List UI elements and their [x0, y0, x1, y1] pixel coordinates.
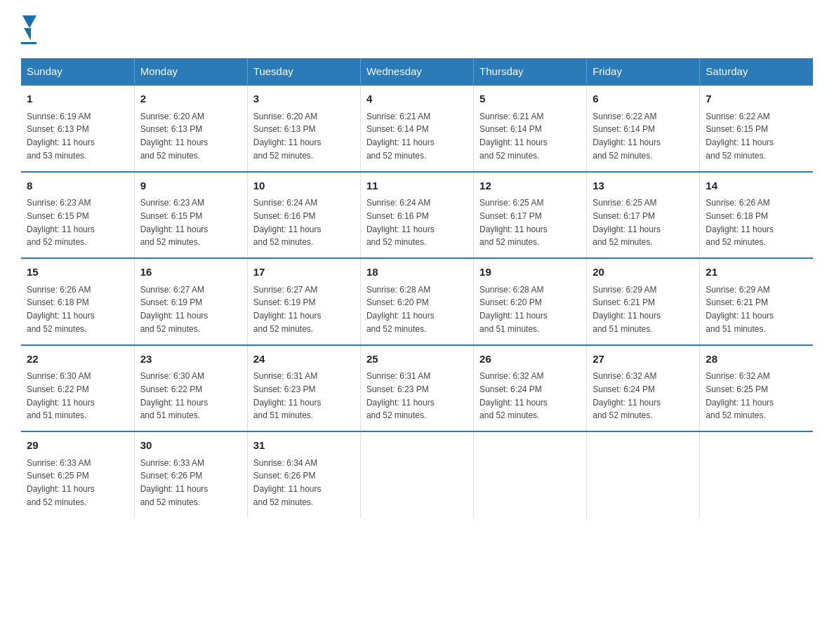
- day-info: Sunrise: 6:29 AMSunset: 6:21 PMDaylight:…: [706, 285, 774, 334]
- day-info: Sunrise: 6:23 AMSunset: 6:15 PMDaylight:…: [140, 198, 208, 247]
- day-number: 12: [479, 178, 581, 194]
- day-info: Sunrise: 6:26 AMSunset: 6:18 PMDaylight:…: [706, 198, 774, 247]
- calendar-cell: 22Sunrise: 6:30 AMSunset: 6:22 PMDayligh…: [21, 345, 134, 432]
- calendar-cell: 4Sunrise: 6:21 AMSunset: 6:14 PMDaylight…: [360, 85, 473, 172]
- day-number: 4: [366, 91, 468, 107]
- calendar-cell: 10Sunrise: 6:24 AMSunset: 6:16 PMDayligh…: [247, 172, 360, 259]
- day-number: 2: [140, 91, 241, 107]
- day-info: Sunrise: 6:19 AMSunset: 6:13 PMDaylight:…: [27, 112, 95, 161]
- header-friday: Friday: [587, 58, 700, 85]
- header-saturday: Saturday: [700, 58, 813, 85]
- calendar-cell: 8Sunrise: 6:23 AMSunset: 6:15 PMDaylight…: [21, 172, 134, 259]
- day-number: 20: [593, 264, 694, 281]
- calendar-cell: 15Sunrise: 6:26 AMSunset: 6:18 PMDayligh…: [21, 258, 134, 345]
- day-info: Sunrise: 6:27 AMSunset: 6:19 PMDaylight:…: [140, 285, 208, 334]
- calendar-cell: 9Sunrise: 6:23 AMSunset: 6:15 PMDaylight…: [134, 172, 247, 259]
- day-number: 25: [366, 351, 468, 368]
- day-number: 29: [27, 438, 128, 454]
- calendar-week-row: 1Sunrise: 6:19 AMSunset: 6:13 PMDaylight…: [21, 85, 813, 172]
- calendar-week-row: 22Sunrise: 6:30 AMSunset: 6:22 PMDayligh…: [21, 345, 813, 432]
- day-info: Sunrise: 6:31 AMSunset: 6:23 PMDaylight:…: [366, 371, 435, 420]
- page-header: [21, 14, 813, 44]
- calendar-cell: 7Sunrise: 6:22 AMSunset: 6:15 PMDaylight…: [700, 85, 813, 172]
- day-number: 7: [706, 91, 807, 107]
- calendar-week-row: 29Sunrise: 6:33 AMSunset: 6:25 PMDayligh…: [21, 431, 813, 518]
- day-number: 9: [140, 178, 241, 194]
- day-number: 24: [253, 351, 355, 368]
- calendar-cell: 17Sunrise: 6:27 AMSunset: 6:19 PMDayligh…: [247, 258, 360, 345]
- day-number: 21: [706, 264, 807, 281]
- logo-underline: [21, 42, 37, 44]
- day-info: Sunrise: 6:28 AMSunset: 6:20 PMDaylight:…: [366, 285, 435, 334]
- day-info: Sunrise: 6:32 AMSunset: 6:24 PMDaylight:…: [593, 371, 661, 420]
- calendar-cell: 5Sunrise: 6:21 AMSunset: 6:14 PMDaylight…: [474, 85, 587, 172]
- day-number: 13: [593, 178, 694, 194]
- calendar-cell: 18Sunrise: 6:28 AMSunset: 6:20 PMDayligh…: [360, 258, 473, 345]
- calendar-cell: 6Sunrise: 6:22 AMSunset: 6:14 PMDaylight…: [587, 85, 700, 172]
- day-info: Sunrise: 6:25 AMSunset: 6:17 PMDaylight:…: [479, 198, 548, 247]
- day-info: Sunrise: 6:24 AMSunset: 6:16 PMDaylight:…: [253, 198, 322, 247]
- calendar-cell: 3Sunrise: 6:20 AMSunset: 6:13 PMDaylight…: [247, 85, 360, 172]
- calendar-cell: 31Sunrise: 6:34 AMSunset: 6:26 PMDayligh…: [247, 431, 360, 518]
- day-info: Sunrise: 6:20 AMSunset: 6:13 PMDaylight:…: [253, 112, 322, 161]
- day-info: Sunrise: 6:22 AMSunset: 6:15 PMDaylight:…: [706, 112, 774, 161]
- day-info: Sunrise: 6:27 AMSunset: 6:19 PMDaylight:…: [253, 285, 322, 334]
- header-wednesday: Wednesday: [360, 58, 473, 85]
- day-number: 17: [253, 264, 355, 281]
- day-info: Sunrise: 6:33 AMSunset: 6:26 PMDaylight:…: [140, 458, 208, 507]
- day-info: Sunrise: 6:23 AMSunset: 6:15 PMDaylight:…: [27, 198, 95, 247]
- day-number: 26: [479, 351, 581, 368]
- calendar-table: SundayMondayTuesdayWednesdayThursdayFrid…: [21, 58, 813, 518]
- calendar-cell: 14Sunrise: 6:26 AMSunset: 6:18 PMDayligh…: [700, 172, 813, 259]
- calendar-cell: 19Sunrise: 6:28 AMSunset: 6:20 PMDayligh…: [474, 258, 587, 345]
- day-info: Sunrise: 6:24 AMSunset: 6:16 PMDaylight:…: [366, 198, 435, 247]
- header-thursday: Thursday: [474, 58, 587, 85]
- calendar-week-row: 8Sunrise: 6:23 AMSunset: 6:15 PMDaylight…: [21, 172, 813, 259]
- calendar-cell: 28Sunrise: 6:32 AMSunset: 6:25 PMDayligh…: [700, 345, 813, 432]
- day-info: Sunrise: 6:33 AMSunset: 6:25 PMDaylight:…: [27, 458, 95, 507]
- day-info: Sunrise: 6:32 AMSunset: 6:25 PMDaylight:…: [706, 371, 774, 420]
- day-number: 22: [27, 351, 128, 368]
- calendar-cell: 25Sunrise: 6:31 AMSunset: 6:23 PMDayligh…: [360, 345, 473, 432]
- day-info: Sunrise: 6:25 AMSunset: 6:17 PMDaylight:…: [593, 198, 661, 247]
- calendar-cell: [360, 431, 473, 518]
- day-info: Sunrise: 6:21 AMSunset: 6:14 PMDaylight:…: [479, 112, 548, 161]
- calendar-cell: 16Sunrise: 6:27 AMSunset: 6:19 PMDayligh…: [134, 258, 247, 345]
- calendar-cell: 21Sunrise: 6:29 AMSunset: 6:21 PMDayligh…: [700, 258, 813, 345]
- day-info: Sunrise: 6:22 AMSunset: 6:14 PMDaylight:…: [593, 112, 661, 161]
- day-number: 10: [253, 178, 355, 194]
- day-number: 1: [27, 91, 128, 107]
- day-info: Sunrise: 6:26 AMSunset: 6:18 PMDaylight:…: [27, 285, 95, 334]
- logo-triangle2-icon: [24, 28, 31, 41]
- day-number: 31: [253, 438, 355, 454]
- calendar-cell: 2Sunrise: 6:20 AMSunset: 6:13 PMDaylight…: [134, 85, 247, 172]
- day-info: Sunrise: 6:29 AMSunset: 6:21 PMDaylight:…: [593, 285, 661, 334]
- day-number: 28: [706, 351, 807, 368]
- calendar-cell: 13Sunrise: 6:25 AMSunset: 6:17 PMDayligh…: [587, 172, 700, 259]
- calendar-cell: 1Sunrise: 6:19 AMSunset: 6:13 PMDaylight…: [21, 85, 134, 172]
- calendar-header-row: SundayMondayTuesdayWednesdayThursdayFrid…: [21, 58, 813, 85]
- header-monday: Monday: [134, 58, 247, 85]
- calendar-cell: 20Sunrise: 6:29 AMSunset: 6:21 PMDayligh…: [587, 258, 700, 345]
- day-info: Sunrise: 6:32 AMSunset: 6:24 PMDaylight:…: [479, 371, 548, 420]
- header-sunday: Sunday: [21, 58, 134, 85]
- calendar-cell: [587, 431, 700, 518]
- day-number: 30: [140, 438, 241, 454]
- calendar-cell: 12Sunrise: 6:25 AMSunset: 6:17 PMDayligh…: [474, 172, 587, 259]
- calendar-cell: 23Sunrise: 6:30 AMSunset: 6:22 PMDayligh…: [134, 345, 247, 432]
- day-number: 19: [479, 264, 581, 281]
- day-number: 23: [140, 351, 241, 368]
- day-number: 14: [706, 178, 807, 194]
- calendar-cell: [474, 431, 587, 518]
- day-info: Sunrise: 6:21 AMSunset: 6:14 PMDaylight:…: [366, 112, 435, 161]
- day-number: 15: [27, 264, 128, 281]
- day-info: Sunrise: 6:30 AMSunset: 6:22 PMDaylight:…: [140, 371, 208, 420]
- calendar-cell: 24Sunrise: 6:31 AMSunset: 6:23 PMDayligh…: [247, 345, 360, 432]
- calendar-cell: 27Sunrise: 6:32 AMSunset: 6:24 PMDayligh…: [587, 345, 700, 432]
- day-number: 18: [366, 264, 468, 281]
- header-tuesday: Tuesday: [247, 58, 360, 85]
- day-number: 8: [27, 178, 128, 194]
- day-info: Sunrise: 6:28 AMSunset: 6:20 PMDaylight:…: [479, 285, 548, 334]
- calendar-week-row: 15Sunrise: 6:26 AMSunset: 6:18 PMDayligh…: [21, 258, 813, 345]
- calendar-cell: 30Sunrise: 6:33 AMSunset: 6:26 PMDayligh…: [134, 431, 247, 518]
